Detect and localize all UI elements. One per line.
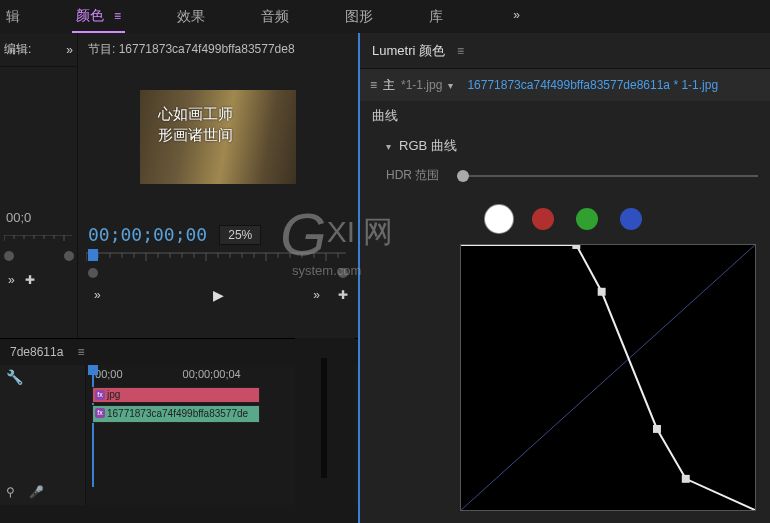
fx-badge: fx [95, 390, 105, 400]
curve-control-point[interactable] [682, 475, 690, 483]
program-timecode[interactable]: 00;00;00;00 [88, 224, 207, 245]
svg-line-31 [461, 245, 755, 510]
fx-badge: fx [95, 408, 105, 418]
left-add-icon[interactable]: ✚ [25, 273, 35, 287]
left-panel-overflow-icon[interactable]: » [66, 43, 73, 57]
left-panel-title: 编辑: [4, 41, 31, 58]
rgb-curves-header[interactable]: ▾ RGB 曲线 [360, 131, 770, 161]
curve-control-point[interactable] [572, 245, 580, 249]
preview-line2: 形画诸世间 [158, 125, 233, 146]
tab-edit-trunc[interactable]: 辑 [2, 2, 24, 32]
out-point-handle[interactable] [338, 268, 348, 278]
left-mini-ruler[interactable] [0, 235, 78, 249]
transport-overflow-left-icon[interactable]: » [94, 288, 101, 302]
transport-add-icon[interactable]: ✚ [338, 288, 348, 302]
timeline-playhead[interactable] [92, 367, 94, 487]
tab-library[interactable]: 库 [425, 2, 447, 32]
rgb-curves-label: RGB 曲线 [399, 137, 457, 155]
tab-menu-icon[interactable]: ≡ [114, 9, 121, 23]
video-clip-label: jpg [107, 389, 120, 400]
in-point-handle[interactable] [88, 268, 98, 278]
lumetri-menu-icon[interactable]: ≡ [370, 78, 377, 92]
hdr-range-label: HDR 范围 [386, 167, 439, 184]
left-out-handle[interactable] [64, 251, 74, 261]
wrench-icon[interactable]: 🔧 [6, 369, 23, 385]
chevron-down-icon: ▾ [386, 141, 391, 152]
timeline-menu-icon[interactable]: ≡ [77, 345, 84, 359]
preview-overlay-text: 心如画工师 形画诸世间 [158, 104, 233, 146]
red-channel-button[interactable] [532, 208, 554, 230]
timeline-sequence-name[interactable]: 7de8611a [10, 345, 63, 359]
link-icon[interactable]: ⚲ [6, 485, 15, 499]
audio-clip[interactable]: fx 16771873ca74f499bffa83577de [92, 405, 260, 423]
left-in-handle[interactable] [4, 251, 14, 261]
tab-color-label: 颜色 [76, 7, 104, 23]
program-title: 节目: 16771873ca74f499bffa83577de8 [78, 33, 358, 66]
green-channel-button[interactable] [576, 208, 598, 230]
lumetri-panel-title: Lumetri 颜色 [372, 42, 445, 60]
mic-icon[interactable]: 🎤 [29, 485, 44, 499]
tab-graphics[interactable]: 图形 [341, 2, 377, 32]
left-overflow-icon[interactable]: » [8, 273, 15, 287]
tab-color[interactable]: 颜色 ≡ [72, 1, 125, 33]
ruler-tick-1: 00;00;00;04 [183, 368, 241, 380]
playhead-marker[interactable] [88, 249, 98, 261]
blue-channel-button[interactable] [620, 208, 642, 230]
lumetri-clip-name[interactable]: *1-1.jpg [401, 78, 442, 92]
zoom-select[interactable]: 25% [219, 225, 261, 245]
preview-line1: 心如画工师 [158, 104, 233, 125]
audio-meter [295, 338, 355, 523]
curve-control-point[interactable] [598, 288, 606, 296]
tab-audio[interactable]: 音频 [257, 2, 293, 32]
video-clip[interactable]: fx jpg [92, 387, 260, 403]
hdr-range-slider[interactable] [457, 175, 758, 177]
chevron-down-icon[interactable]: ▾ [448, 80, 453, 91]
lumetri-link[interactable]: 16771873ca74f499bffa83577de8611a * 1-1.j… [467, 78, 718, 92]
hdr-slider-knob[interactable] [457, 170, 469, 182]
luma-channel-button[interactable] [488, 208, 510, 230]
audio-clip-label: 16771873ca74f499bffa83577de [107, 408, 248, 419]
meter-track [321, 358, 327, 478]
lumetri-master-label: 主 [383, 77, 395, 94]
program-monitor[interactable]: 心如画工师 形画诸世间 [140, 90, 296, 184]
program-ruler[interactable] [86, 251, 350, 265]
tab-effects[interactable]: 效果 [173, 2, 209, 32]
preview-image: 心如画工师 形画诸世间 [140, 90, 296, 184]
play-button[interactable]: ▶ [213, 287, 224, 303]
transport-overflow-right-icon[interactable]: » [313, 288, 320, 302]
tabs-overflow-icon[interactable]: » [513, 8, 520, 22]
left-timecode: 00;0 [0, 210, 78, 225]
lumetri-panel-menu-icon[interactable]: ≡ [457, 44, 464, 58]
rgb-curve-editor[interactable] [460, 244, 756, 511]
curve-control-point[interactable] [653, 425, 661, 433]
curves-section-header[interactable]: 曲线 [360, 101, 770, 131]
